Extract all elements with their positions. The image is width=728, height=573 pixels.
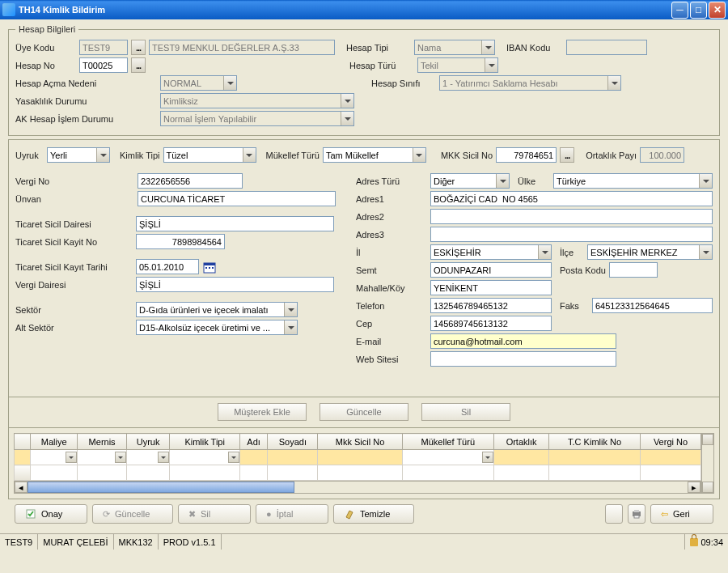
- cep-input[interactable]: [430, 316, 552, 331]
- sicil-input[interactable]: [496, 147, 557, 163]
- tel-input[interactable]: [430, 298, 552, 313]
- posta-label: Posta Kodu: [560, 265, 606, 275]
- data-grid[interactable]: MaliyeMernisUyrukKimlik TipiAdıSoyadıMkk…: [14, 433, 701, 481]
- adres3-input[interactable]: [430, 227, 713, 242]
- adres1-input[interactable]: [430, 191, 713, 206]
- adres1-label: Adres1: [356, 194, 427, 204]
- svg-rect-8: [634, 516, 639, 518]
- mukellef-combo[interactable]: Tam Mükellef: [323, 147, 426, 163]
- grid-empty-row[interactable]: [15, 465, 701, 481]
- ulke-combo[interactable]: Türkiye: [553, 173, 713, 189]
- guncelle-button[interactable]: Güncelle: [320, 403, 408, 421]
- altsektor-label: Alt Sektör: [15, 323, 133, 333]
- filter-dropdown-icon[interactable]: [482, 452, 493, 463]
- svg-rect-4: [212, 267, 214, 269]
- hesap-tipi-combo: Nama: [414, 40, 495, 55]
- filter-dropdown-icon[interactable]: [158, 452, 169, 463]
- iban-input: [566, 40, 647, 55]
- tskno-label: Ticaret Sicil Kayit No: [15, 237, 133, 247]
- guncelle-bottom-button[interactable]: ⟳Güncelle: [92, 504, 173, 524]
- il-combo[interactable]: ESKİŞEHİR: [430, 244, 552, 260]
- sil-button[interactable]: Sil: [421, 403, 510, 421]
- window-title: TH14 Kimlik Bildirim: [19, 5, 670, 15]
- altsektor-combo[interactable]: D15-Alkolsüz içecek üretimi ve ...: [136, 320, 298, 335]
- vdaire-label: Vergi Dairesi: [15, 280, 133, 290]
- web-label: Web Sitesi: [356, 354, 427, 364]
- ilce-combo[interactable]: ESKİŞEHİR MERKEZ: [587, 244, 713, 260]
- filter-dropdown-icon[interactable]: [115, 452, 126, 463]
- yasak-label: Yasaklılık Durumu: [15, 96, 121, 106]
- adresturu-combo[interactable]: Diğer: [430, 173, 510, 189]
- web-input[interactable]: [430, 351, 616, 367]
- svg-rect-7: [634, 510, 639, 512]
- ak-label: AK Hesap İşlem Durumu: [15, 114, 121, 124]
- unvan-label: Ünvan: [15, 194, 96, 204]
- bottom-toolbar: Onay ⟳Güncelle ✖Sil ●İptal Temizle ⇦Geri: [8, 499, 720, 528]
- onay-button[interactable]: Onay: [15, 504, 87, 524]
- temizle-button[interactable]: Temizle: [333, 504, 414, 524]
- uye-kodu-lookup[interactable]: ...: [131, 40, 146, 55]
- faks-label: Faks: [560, 301, 589, 311]
- status-name: MURAT ÇELEBİ: [38, 534, 113, 550]
- faks-input[interactable]: [592, 298, 713, 313]
- cep-label: Cep: [356, 319, 427, 329]
- tskno-input[interactable]: [136, 234, 225, 249]
- hesap-no-input[interactable]: [79, 57, 128, 73]
- uyruk-combo[interactable]: Yerli: [47, 147, 110, 163]
- adres2-label: Adres2: [356, 212, 427, 222]
- mah-input[interactable]: [430, 280, 552, 295]
- extra-button-1[interactable]: [605, 504, 623, 524]
- calendar-icon[interactable]: [202, 260, 217, 274]
- mah-label: Mahalle/Köy: [356, 283, 427, 293]
- tsd-input[interactable]: [136, 216, 334, 231]
- hesap-turu-label: Hesap Türü: [349, 61, 414, 70]
- hesap-legend: Hesap Bilgileri: [15, 24, 78, 34]
- status-bar: TEST9 MURAT ÇELEBİ MKK132 PROD v1.5.1 09…: [0, 533, 728, 550]
- hesap-no-lookup[interactable]: ...: [131, 57, 146, 73]
- uye-kodu-input: [79, 40, 128, 55]
- iptal-button[interactable]: ●İptal: [256, 504, 328, 524]
- svg-rect-3: [209, 267, 210, 269]
- unvan-input[interactable]: [138, 191, 336, 206]
- vergino-label: Vergi No: [15, 176, 96, 186]
- scroll-left-icon[interactable]: ◂: [15, 482, 28, 493]
- mukellef-label: Mükellef Türü: [266, 151, 320, 160]
- adresturu-label: Adres Türü: [356, 176, 427, 186]
- iban-label: IBAN Kodu: [506, 43, 563, 53]
- ak-combo: Normal İşlem Yapılabilir: [160, 111, 354, 126]
- ilce-label: İlçe: [560, 248, 584, 257]
- scroll-down-icon[interactable]: [702, 482, 713, 493]
- musterek-ekle-button[interactable]: Müşterek Ekle: [218, 403, 307, 421]
- sil-bottom-button[interactable]: ✖Sil: [178, 504, 251, 524]
- email-input[interactable]: [430, 333, 616, 349]
- grid-filter-row[interactable]: [15, 450, 701, 465]
- adres2-input[interactable]: [430, 209, 713, 224]
- maximize-button[interactable]: □: [690, 2, 707, 19]
- print-button[interactable]: [628, 504, 645, 524]
- vertical-scrollbar[interactable]: [701, 433, 714, 494]
- sektor-combo[interactable]: D-Gıda ürünleri ve içecek imalatı: [136, 302, 298, 317]
- filter-dropdown-icon[interactable]: [228, 452, 239, 463]
- filter-dropdown-icon[interactable]: [66, 452, 77, 463]
- scroll-right-icon[interactable]: ▸: [688, 482, 700, 493]
- horizontal-scrollbar[interactable]: ◂ ▸: [14, 481, 701, 494]
- hesap-no-label: Hesap No: [15, 61, 76, 70]
- grid-header-row: MaliyeMernisUyrukKimlik TipiAdıSoyadıMkk…: [15, 434, 701, 450]
- tskt-input[interactable]: [136, 259, 199, 274]
- kimlik-tipi-combo[interactable]: Tüzel: [163, 147, 256, 163]
- semt-input[interactable]: [430, 262, 552, 278]
- scroll-thumb[interactable]: [28, 482, 294, 493]
- ortaklik-label: Ortaklık Payı: [586, 151, 637, 160]
- posta-input[interactable]: [609, 262, 658, 278]
- vdaire-input[interactable]: [136, 277, 334, 292]
- vergino-input[interactable]: [138, 173, 243, 189]
- svg-rect-1: [204, 263, 215, 265]
- minimize-button[interactable]: ─: [671, 2, 688, 19]
- close-button[interactable]: ✕: [709, 2, 726, 19]
- app-icon: [2, 3, 15, 16]
- sicil-label: MKK Sicil No: [441, 151, 493, 160]
- geri-button[interactable]: ⇦Geri: [650, 504, 713, 524]
- tskt-label: Ticaret Sicil Kayıt Tarihi: [15, 262, 133, 272]
- sicil-lookup[interactable]: ...: [560, 147, 574, 163]
- scroll-up-icon[interactable]: [702, 434, 713, 445]
